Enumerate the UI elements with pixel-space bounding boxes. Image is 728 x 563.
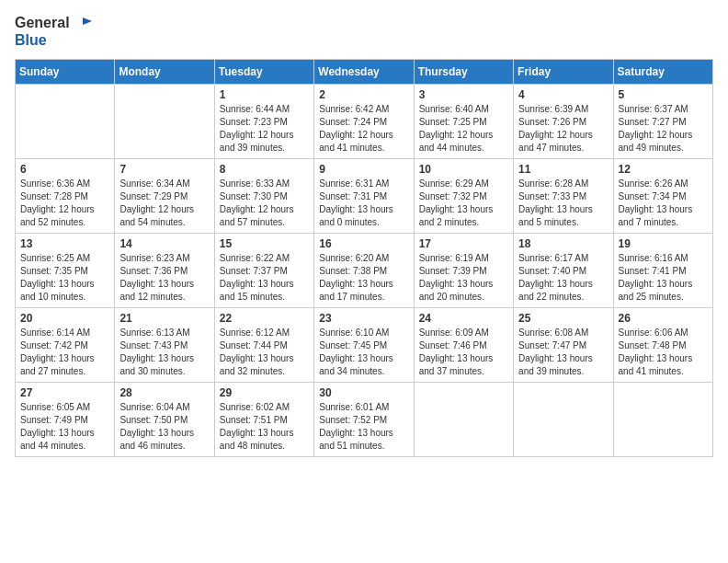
calendar-cell: 3Sunrise: 6:40 AM Sunset: 7:25 PM Daylig… xyxy=(414,85,513,159)
day-info: Sunrise: 6:36 AM Sunset: 7:28 PM Dayligh… xyxy=(20,178,109,229)
day-number: 23 xyxy=(319,312,408,325)
day-number: 25 xyxy=(518,312,608,325)
day-info: Sunrise: 6:17 AM Sunset: 7:40 PM Dayligh… xyxy=(518,252,608,304)
calendar-cell: 6Sunrise: 6:36 AM Sunset: 7:28 PM Daylig… xyxy=(16,159,115,234)
day-info: Sunrise: 6:25 AM Sunset: 7:35 PM Dayligh… xyxy=(20,252,109,304)
week-row-2: 6Sunrise: 6:36 AM Sunset: 7:28 PM Daylig… xyxy=(16,159,713,234)
calendar-cell: 11Sunrise: 6:28 AM Sunset: 7:33 PM Dayli… xyxy=(514,159,613,234)
calendar-cell: 4Sunrise: 6:39 AM Sunset: 7:26 PM Daylig… xyxy=(514,85,613,159)
calendar-cell: 29Sunrise: 6:02 AM Sunset: 7:51 PM Dayli… xyxy=(214,383,313,457)
day-info: Sunrise: 6:23 AM Sunset: 7:36 PM Dayligh… xyxy=(119,252,209,304)
day-info: Sunrise: 6:42 AM Sunset: 7:24 PM Dayligh… xyxy=(319,103,408,155)
day-number: 12 xyxy=(619,163,708,176)
weekday-header-saturday: Saturday xyxy=(613,60,712,85)
calendar-cell: 18Sunrise: 6:17 AM Sunset: 7:40 PM Dayli… xyxy=(514,234,613,308)
day-number: 14 xyxy=(119,237,209,250)
calendar-table: SundayMondayTuesdayWednesdayThursdayFrid… xyxy=(15,59,713,457)
calendar-cell: 1Sunrise: 6:44 AM Sunset: 7:23 PM Daylig… xyxy=(214,85,313,159)
day-number: 10 xyxy=(419,163,508,176)
day-number: 30 xyxy=(319,386,408,399)
day-number: 26 xyxy=(619,312,708,325)
calendar-cell: 16Sunrise: 6:20 AM Sunset: 7:38 PM Dayli… xyxy=(314,234,414,308)
day-number: 15 xyxy=(220,237,309,250)
day-number: 2 xyxy=(319,88,408,101)
calendar-cell xyxy=(514,383,613,457)
day-info: Sunrise: 6:33 AM Sunset: 7:30 PM Dayligh… xyxy=(220,178,309,229)
day-info: Sunrise: 6:44 AM Sunset: 7:23 PM Dayligh… xyxy=(220,103,309,155)
weekday-header-tuesday: Tuesday xyxy=(214,60,313,85)
day-info: Sunrise: 6:13 AM Sunset: 7:43 PM Dayligh… xyxy=(119,327,209,378)
day-info: Sunrise: 6:20 AM Sunset: 7:38 PM Dayligh… xyxy=(319,252,408,304)
week-row-5: 27Sunrise: 6:05 AM Sunset: 7:49 PM Dayli… xyxy=(16,383,713,457)
day-number: 28 xyxy=(119,386,209,399)
day-number: 8 xyxy=(220,163,309,176)
day-info: Sunrise: 6:06 AM Sunset: 7:48 PM Dayligh… xyxy=(619,327,708,378)
calendar-cell xyxy=(414,383,513,457)
calendar-cell xyxy=(613,383,712,457)
day-number: 16 xyxy=(319,237,408,250)
day-number: 29 xyxy=(220,386,309,399)
day-number: 3 xyxy=(419,88,508,101)
calendar-cell: 13Sunrise: 6:25 AM Sunset: 7:35 PM Dayli… xyxy=(16,234,115,308)
day-info: Sunrise: 6:04 AM Sunset: 7:50 PM Dayligh… xyxy=(119,401,209,453)
day-number: 5 xyxy=(619,88,708,101)
day-number: 13 xyxy=(20,237,109,250)
day-number: 11 xyxy=(518,163,608,176)
day-info: Sunrise: 6:28 AM Sunset: 7:33 PM Dayligh… xyxy=(518,178,608,229)
calendar-cell: 26Sunrise: 6:06 AM Sunset: 7:48 PM Dayli… xyxy=(613,308,712,383)
calendar-cell: 21Sunrise: 6:13 AM Sunset: 7:43 PM Dayli… xyxy=(115,308,214,383)
day-info: Sunrise: 6:37 AM Sunset: 7:27 PM Dayligh… xyxy=(619,103,708,155)
weekday-header-thursday: Thursday xyxy=(414,60,513,85)
week-row-3: 13Sunrise: 6:25 AM Sunset: 7:35 PM Dayli… xyxy=(16,234,713,308)
calendar-cell: 8Sunrise: 6:33 AM Sunset: 7:30 PM Daylig… xyxy=(214,159,313,234)
day-info: Sunrise: 6:29 AM Sunset: 7:32 PM Dayligh… xyxy=(419,178,508,229)
day-info: Sunrise: 6:08 AM Sunset: 7:47 PM Dayligh… xyxy=(518,327,608,378)
week-row-4: 20Sunrise: 6:14 AM Sunset: 7:42 PM Dayli… xyxy=(16,308,713,383)
weekday-header-monday: Monday xyxy=(115,60,214,85)
calendar-cell: 2Sunrise: 6:42 AM Sunset: 7:24 PM Daylig… xyxy=(314,85,414,159)
weekday-header-sunday: Sunday xyxy=(16,60,115,85)
day-info: Sunrise: 6:22 AM Sunset: 7:37 PM Dayligh… xyxy=(220,252,309,304)
day-info: Sunrise: 6:02 AM Sunset: 7:51 PM Dayligh… xyxy=(220,401,309,453)
weekday-header-row: SundayMondayTuesdayWednesdayThursdayFrid… xyxy=(16,60,713,85)
day-number: 24 xyxy=(419,312,508,325)
day-number: 18 xyxy=(518,237,608,250)
calendar-cell: 22Sunrise: 6:12 AM Sunset: 7:44 PM Dayli… xyxy=(214,308,313,383)
day-number: 22 xyxy=(220,312,309,325)
calendar-cell: 20Sunrise: 6:14 AM Sunset: 7:42 PM Dayli… xyxy=(16,308,115,383)
logo-flag-icon xyxy=(75,16,92,32)
svg-marker-0 xyxy=(83,17,92,25)
day-info: Sunrise: 6:14 AM Sunset: 7:42 PM Dayligh… xyxy=(20,327,109,378)
day-info: Sunrise: 6:34 AM Sunset: 7:29 PM Dayligh… xyxy=(119,178,209,229)
day-info: Sunrise: 6:16 AM Sunset: 7:41 PM Dayligh… xyxy=(619,252,708,304)
day-info: Sunrise: 6:01 AM Sunset: 7:52 PM Dayligh… xyxy=(319,401,408,453)
calendar-cell: 25Sunrise: 6:08 AM Sunset: 7:47 PM Dayli… xyxy=(514,308,613,383)
day-info: Sunrise: 6:09 AM Sunset: 7:46 PM Dayligh… xyxy=(419,327,508,378)
calendar-cell: 19Sunrise: 6:16 AM Sunset: 7:41 PM Dayli… xyxy=(613,234,712,308)
calendar-cell: 30Sunrise: 6:01 AM Sunset: 7:52 PM Dayli… xyxy=(314,383,414,457)
calendar-cell: 9Sunrise: 6:31 AM Sunset: 7:31 PM Daylig… xyxy=(314,159,414,234)
calendar-cell: 24Sunrise: 6:09 AM Sunset: 7:46 PM Dayli… xyxy=(414,308,513,383)
calendar-cell: 7Sunrise: 6:34 AM Sunset: 7:29 PM Daylig… xyxy=(115,159,214,234)
calendar-cell xyxy=(115,85,214,159)
calendar-cell: 12Sunrise: 6:26 AM Sunset: 7:34 PM Dayli… xyxy=(613,159,712,234)
calendar-cell: 27Sunrise: 6:05 AM Sunset: 7:49 PM Dayli… xyxy=(16,383,115,457)
calendar-cell: 14Sunrise: 6:23 AM Sunset: 7:36 PM Dayli… xyxy=(115,234,214,308)
logo-wordmark: General Blue xyxy=(15,15,92,48)
calendar-cell: 10Sunrise: 6:29 AM Sunset: 7:32 PM Dayli… xyxy=(414,159,513,234)
weekday-header-wednesday: Wednesday xyxy=(314,60,414,85)
day-info: Sunrise: 6:05 AM Sunset: 7:49 PM Dayligh… xyxy=(20,401,109,453)
day-number: 1 xyxy=(220,88,309,101)
calendar-cell: 5Sunrise: 6:37 AM Sunset: 7:27 PM Daylig… xyxy=(613,85,712,159)
week-row-1: 1Sunrise: 6:44 AM Sunset: 7:23 PM Daylig… xyxy=(16,85,713,159)
calendar-cell: 17Sunrise: 6:19 AM Sunset: 7:39 PM Dayli… xyxy=(414,234,513,308)
calendar-cell: 15Sunrise: 6:22 AM Sunset: 7:37 PM Dayli… xyxy=(214,234,313,308)
day-number: 20 xyxy=(20,312,109,325)
day-info: Sunrise: 6:31 AM Sunset: 7:31 PM Dayligh… xyxy=(319,178,408,229)
weekday-header-friday: Friday xyxy=(514,60,613,85)
day-number: 6 xyxy=(20,163,109,176)
day-number: 19 xyxy=(619,237,708,250)
day-number: 9 xyxy=(319,163,408,176)
logo-general: General xyxy=(15,15,70,30)
day-number: 27 xyxy=(20,386,109,399)
